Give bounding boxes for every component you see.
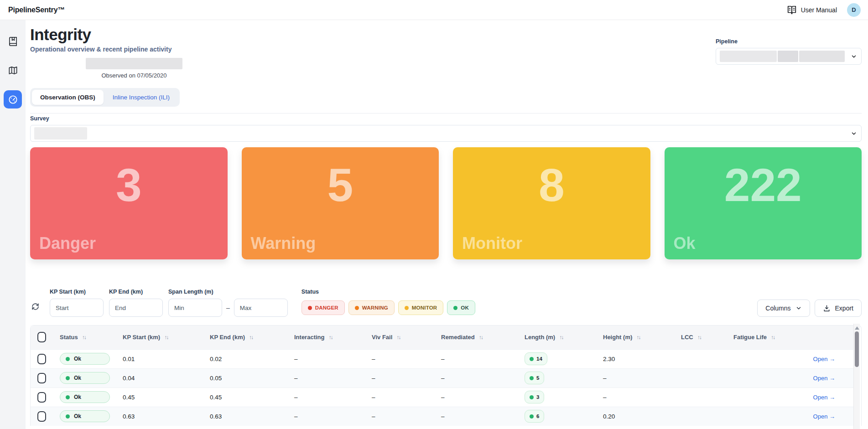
row-checkbox[interactable] [37, 354, 46, 364]
row-checkbox[interactable] [37, 392, 46, 403]
danger-dot-icon [308, 306, 312, 310]
user-manual-link[interactable]: User Manual [787, 5, 837, 15]
status-chip-ok[interactable]: OK [447, 300, 475, 315]
cell-viv-fail: – [364, 349, 434, 368]
column-header-kp-start: KP Start (km) [123, 334, 160, 341]
topbar: PipelineSentry™ User Manual D [0, 0, 868, 20]
select-all-checkbox[interactable] [37, 332, 46, 342]
stat-label: Danger [39, 234, 96, 253]
open-row-link[interactable]: Open → [813, 413, 835, 420]
divider [30, 113, 862, 114]
chevron-down-icon [851, 130, 857, 137]
cell-lcc [674, 407, 726, 426]
status-badge: Ok [60, 372, 110, 384]
columns-button[interactable]: Columns [757, 300, 810, 317]
open-row-link[interactable]: Open → [813, 394, 835, 401]
chip-label: WARNING [362, 305, 388, 310]
status-chip-monitor[interactable]: MONITOR [398, 300, 444, 315]
stat-value: 222 [665, 147, 862, 208]
book-bookmark-icon [8, 36, 18, 47]
refresh-button[interactable] [31, 302, 40, 312]
column-header-height: Height (m) [603, 334, 632, 341]
chip-label: OK [461, 305, 469, 310]
tab-inline-inspection[interactable]: Inline Inspection (ILI) [104, 90, 178, 105]
cell-lcc [674, 388, 726, 407]
row-checkbox[interactable] [37, 373, 46, 383]
sidebar [0, 20, 26, 429]
status-dot-icon [66, 376, 70, 380]
observed-on-label: Observed on 07/05/2020 [86, 72, 182, 79]
open-row-link[interactable]: Open → [813, 356, 835, 362]
download-icon [823, 305, 831, 312]
column-header-viv-fail: Viv Fail [372, 334, 392, 341]
cell-kp-end: 0.45 [203, 388, 287, 407]
cell-remediated: – [434, 407, 517, 426]
monitor-dot-icon [405, 306, 409, 310]
scroll-up-arrow-icon[interactable] [855, 326, 859, 330]
open-row-link[interactable]: Open → [813, 375, 835, 382]
avatar[interactable]: D [847, 3, 861, 17]
chevron-down-icon [795, 305, 802, 311]
stat-cards: 3 Danger 5 Warning 8 Monitor 222 Ok [30, 147, 862, 259]
span-max-input[interactable] [234, 299, 288, 317]
column-header-kp-end: KP End (km) [210, 334, 245, 341]
table-header-row: Status↑↓ KP Start (km)↑↓ KP End (km)↑↓ I… [31, 326, 853, 349]
pipeline-select[interactable] [716, 48, 862, 65]
cell-kp-start: 0.04 [115, 368, 203, 388]
cell-kp-end: 0.02 [203, 349, 287, 368]
stat-card-warning[interactable]: 5 Warning [242, 147, 439, 259]
sidebar-item-library[interactable] [4, 32, 22, 50]
status-chip-warning[interactable]: WARNING [348, 300, 395, 315]
observed-date-redacted[interactable] [86, 58, 182, 69]
scrollbar-thumb[interactable] [855, 331, 859, 367]
stat-label: Ok [674, 234, 696, 253]
book-open-icon [787, 5, 797, 15]
sort-icon[interactable]: ↑↓ [771, 334, 774, 341]
table-row: Ok 0.45 0.45 – – – 3 – Open → [31, 388, 853, 407]
user-manual-label: User Manual [801, 6, 837, 14]
cell-height: 2.30 [596, 349, 674, 368]
ok-dot-icon [453, 306, 457, 310]
cell-kp-end: 0.63 [203, 407, 287, 426]
status-chip-danger[interactable]: DANGER [301, 300, 345, 315]
export-button[interactable]: Export [815, 300, 862, 317]
stat-card-monitor[interactable]: 8 Monitor [453, 147, 650, 259]
cell-kp-end: 0.05 [203, 368, 287, 388]
survey-select[interactable] [30, 125, 862, 142]
row-checkbox[interactable] [37, 411, 46, 422]
kp-end-input[interactable] [109, 299, 163, 317]
redacted-value [720, 51, 777, 62]
span-length-label: Span Length (m) [168, 289, 288, 295]
table-row: Ok 0.04 0.05 – – – 5 – Open → [31, 368, 853, 388]
sort-icon[interactable]: ↑↓ [697, 334, 701, 341]
cell-height: – [596, 388, 674, 407]
cell-interacting: – [287, 388, 364, 407]
vertical-scrollbar[interactable] [853, 324, 860, 429]
status-dot-icon [66, 414, 70, 419]
span-min-input[interactable] [168, 299, 222, 317]
column-header-length: Length (m) [525, 334, 555, 341]
column-header-fatigue-life: Fatigue Life [733, 334, 767, 341]
kp-start-input[interactable] [50, 299, 104, 317]
sidebar-item-dashboard[interactable] [4, 90, 22, 109]
sort-icon[interactable]: ↑↓ [396, 334, 400, 341]
sort-icon[interactable]: ↑↓ [636, 334, 640, 341]
cell-kp-start: 0.01 [115, 349, 203, 368]
length-dot-icon [530, 357, 534, 361]
sort-icon[interactable]: ↑↓ [164, 334, 168, 341]
tab-observation[interactable]: Observation (OBS) [32, 90, 104, 105]
sort-icon[interactable]: ↑↓ [479, 334, 483, 341]
stat-card-ok[interactable]: 222 Ok [665, 147, 862, 259]
length-dot-icon [530, 376, 534, 380]
sidebar-item-map[interactable] [4, 61, 22, 79]
sort-icon[interactable]: ↑↓ [559, 334, 563, 341]
chevron-down-icon [851, 53, 857, 60]
stat-card-danger[interactable]: 3 Danger [30, 147, 228, 259]
cell-fatigue-life [726, 368, 797, 388]
sort-icon[interactable]: ↑↓ [249, 334, 253, 341]
kp-start-label: KP Start (km) [50, 289, 104, 295]
cell-remediated: – [434, 368, 517, 388]
page-subtitle: Operational overview & recent pipeline a… [30, 46, 182, 53]
sort-icon[interactable]: ↑↓ [328, 334, 332, 341]
sort-icon[interactable]: ↑↓ [82, 334, 86, 341]
